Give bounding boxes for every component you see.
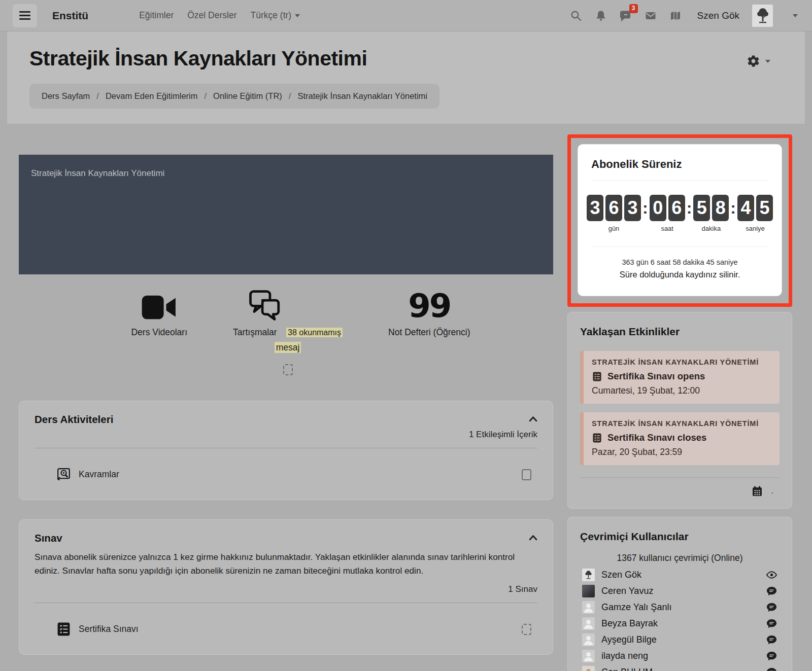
online-user-name[interactable]: Ayşegül Bilge [601, 634, 657, 645]
top-navbar: Enstitü Eğitimler Özel Dersler Türkçe (t… [0, 0, 812, 31]
collapse-chevron-up-icon[interactable] [529, 534, 537, 543]
send-message-icon[interactable] [766, 634, 777, 646]
site-brand[interactable]: Enstitü [52, 10, 88, 22]
course-hero-banner: Stratejik İnsan Kaynakları Yönetimi [19, 155, 553, 274]
page-header: Stratejik İnsan Kaynakları Yönetimi Ders… [7, 31, 805, 124]
annotation-highlight-box: Abonelik Süreniz 3 6 3 gün : 0 [567, 134, 792, 307]
online-user-row: Ayşegül Bilge [580, 631, 780, 648]
send-message-icon[interactable] [766, 666, 777, 671]
breadcrumb-link-courses[interactable]: Devam Eden Eğitimlerim [106, 91, 198, 101]
online-user-row: ilayda neng [580, 648, 780, 664]
send-message-icon[interactable] [766, 585, 777, 597]
online-user-name[interactable]: Gamze Yalı Şanlı [601, 602, 671, 613]
breadcrumb-current-course[interactable]: Stratejik İnsan Kaynakları Yönetimi [297, 91, 427, 101]
online-user-name[interactable]: Beyza Bayrak [601, 618, 658, 629]
countdown-timer: 3 6 3 gün : 0 6 saat : [591, 195, 768, 232]
primary-nav: Eğitimler Özel Dersler Türkçe (tr) [139, 10, 300, 21]
course-content-column: Stratejik İnsan Kaynakları Yönetimi Ders… [19, 134, 553, 655]
quicklink-discussions: Tartışmalar 38 okunmamış mesaj [217, 289, 359, 375]
event-date: Pazar, 20 Şubat, 23:59 [592, 447, 771, 457]
unread-messages-link-line2: mesaj [275, 342, 301, 353]
quicklink-videos[interactable]: Ders Videoları [131, 289, 187, 375]
online-user-name[interactable]: Ceren Yavuz [601, 586, 653, 596]
online-user-name[interactable]: ilayda neng [601, 651, 648, 661]
notifications-bell-icon[interactable] [595, 10, 607, 22]
nav-item-egitimler[interactable]: Eğitimler [139, 10, 174, 21]
quicklink-notebook[interactable]: 99 Not Defteri (Öğrenci) [388, 289, 470, 375]
language-selector[interactable]: Türkçe (tr) [251, 10, 300, 21]
user-avatar[interactable] [752, 5, 773, 27]
user-menu-name[interactable]: Szen Gök [697, 10, 739, 21]
activities-count: 1 Etkileşimli İçerik [35, 430, 537, 440]
section-exam: Sınav Sınava abonelik sürenizce yalnızca… [19, 519, 553, 655]
quicklink-discussions-label[interactable]: Tartışmalar [233, 327, 277, 337]
interactive-content-icon [56, 467, 72, 482]
map-icon[interactable] [669, 10, 682, 22]
countdown-seconds: 4 5 saniye [737, 195, 773, 232]
menu-toggle-icon[interactable] [13, 4, 37, 27]
event-link[interactable]: Sertifika Sınavı closes [607, 432, 706, 443]
countdown-label-hours: saat [661, 225, 673, 232]
language-label: Türkçe (tr) [251, 10, 292, 21]
exam-count: 1 Sınav [35, 584, 537, 594]
digit-box: 3 [624, 195, 641, 221]
activity-link-kavramlar[interactable]: Kavramlar [79, 469, 119, 480]
quicklink-notebook-label[interactable]: Not Defteri (Öğrenci) [388, 327, 470, 338]
send-message-icon[interactable] [766, 602, 777, 613]
breadcrumb-separator: / [289, 91, 291, 101]
sidebar-column: Abonelik Süreniz 3 6 3 gün : 0 [567, 134, 792, 671]
online-user-row: Beyza Bayrak [580, 615, 780, 631]
completion-checkbox-dashed[interactable] [522, 624, 531, 635]
event-course-name: STRATEJİK İNSAN KAYNAKLARI YÖNETİMİ [592, 419, 771, 428]
navbar-actions: 3 Szen Gök [570, 5, 798, 27]
quote-icon: 99 [408, 289, 450, 321]
breadcrumb-link-category[interactable]: Online Eğitim (TR) [213, 91, 282, 101]
breadcrumb-link-home[interactable]: Ders Sayfam [42, 91, 90, 101]
gear-icon [747, 54, 760, 68]
hero-course-title: Stratejik İnsan Kaynakları Yönetimi [31, 168, 541, 179]
completion-checkbox[interactable] [522, 469, 531, 480]
unread-messages-link[interactable]: mesaj [275, 342, 301, 353]
digit-box: 5 [693, 195, 710, 221]
nav-item-ozel-dersler[interactable]: Özel Dersler [187, 10, 236, 21]
exam-description: Sınava abonelik sürenizce yalnızca 1 kez… [35, 550, 537, 577]
section-exam-title: Sınav [35, 532, 62, 544]
countdown-separator: : [642, 195, 648, 221]
upcoming-events-title: Yaklaşan Etkinlikler [580, 326, 780, 338]
send-message-icon[interactable] [766, 650, 777, 662]
search-icon[interactable] [570, 10, 582, 22]
countdown-minutes: 5 8 dakika [693, 195, 729, 232]
page-title: Stratejik İnsan Kaynakları Yönetimi [29, 47, 785, 70]
user-avatar [582, 650, 595, 662]
user-avatar [582, 633, 595, 646]
chat-messages-icon[interactable]: 3 [620, 10, 632, 22]
user-menu-chevron-icon[interactable] [793, 14, 798, 17]
online-user-name[interactable]: Szen Gök [601, 570, 641, 580]
mail-envelope-icon[interactable] [645, 10, 657, 22]
unread-messages-link[interactable]: 38 okunmamış [286, 328, 343, 337]
user-avatar [582, 601, 595, 614]
completion-checkbox-dashed[interactable] [283, 364, 293, 375]
online-user-row: Gamze Yalı Şanlı [580, 599, 780, 615]
digit-box: 5 [756, 195, 773, 221]
collapse-chevron-up-icon[interactable] [529, 415, 537, 424]
activity-row-kavramlar: Kavramlar [35, 467, 537, 482]
digit-box: 0 [650, 195, 666, 221]
event-link[interactable]: Sertifika Sınavı opens [607, 371, 705, 382]
quiz-checklist-icon [592, 371, 602, 382]
countdown-separator: : [730, 195, 736, 221]
course-settings-menu[interactable] [747, 54, 770, 68]
eye-icon[interactable] [766, 569, 777, 581]
quicklink-videos-label[interactable]: Ders Videoları [131, 327, 187, 338]
exam-link-sertifika-sinavi[interactable]: Sertifika Sınavı [79, 624, 139, 634]
send-message-icon[interactable] [766, 618, 777, 629]
online-users-block: Çevrimiçi Kullanıcılar 1367 kullanıcı çe… [567, 517, 792, 671]
quiz-checklist-icon [592, 433, 602, 443]
calendar-icon[interactable] [751, 485, 763, 497]
quicklink-discussions-line: Tartışmalar 38 okunmamış [233, 327, 343, 338]
course-quicklinks: Ders Videoları Tartışmalar 38 okunmamış … [19, 289, 553, 375]
online-users-title: Çevrimiçi Kullanıcılar [580, 531, 780, 543]
chevron-down-icon [765, 60, 770, 63]
online-user-name[interactable]: Can BULUM [601, 667, 653, 671]
online-users-count: 1367 kullanıcı çevrimiçi (Online) [580, 553, 780, 563]
